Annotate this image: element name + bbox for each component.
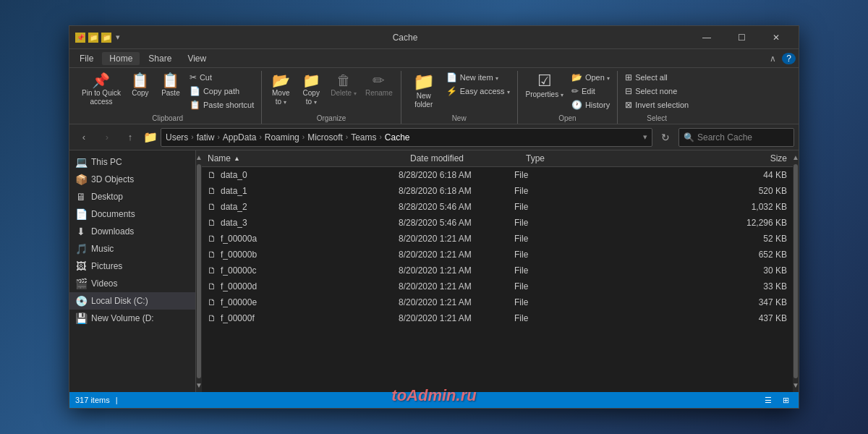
col-name[interactable]: Name ▲ [208,153,410,163]
sep-1: › [191,133,193,141]
sidebar-item-local-disk[interactable]: 💿 Local Disk (C:) [69,292,195,310]
desktop-label: Desktop [91,192,123,202]
file-size: 520 KB [587,186,787,196]
breadcrumb-users[interactable]: Users [166,132,188,142]
copy-path-button[interactable]: 📄 Copy path [187,85,257,98]
search-box[interactable]: 🔍 Search Cache [678,128,794,147]
sidebar-item-downloads[interactable]: ⬇ Downloads [69,223,195,240]
rename-icon: ✏ [373,73,385,88]
easy-access-button[interactable]: ⚡ Easy access ▾ [443,85,513,98]
sidebar-item-videos[interactable]: 🎬 Videos [69,275,195,292]
select-none-button[interactable]: ⊟ Select none [622,85,692,98]
sidebar-item-documents[interactable]: 📄 Documents [69,205,195,223]
open-button[interactable]: 📂 Open ▾ [569,71,613,84]
delete-button[interactable]: 🗑 Delete ▾ [327,71,360,100]
select-all-button[interactable]: ⊞ Select all [622,71,692,84]
sidebar-item-new-volume[interactable]: 💾 New Volume (D: [69,310,195,327]
breadcrumb-cache[interactable]: Cache [385,132,410,142]
file-name: 🗋data_1 [208,186,399,196]
file-list-scroll: ▲ ▼ [793,150,799,392]
file-row[interactable]: 🗋f_00000b 8/20/2020 1:21 AM File 652 KB [202,247,793,263]
file-date: 8/20/2020 1:21 AM [399,297,514,307]
breadcrumb-microsoft[interactable]: Microsoft [307,132,343,142]
col-size[interactable]: Size [598,153,787,163]
properties-button[interactable]: ☑ Properties ▾ [522,71,567,101]
move-to-button[interactable]: 📂 Moveto ▾ [266,71,295,109]
breadcrumb-fatiw[interactable]: fatiw [197,132,215,142]
details-view-btn[interactable]: ☰ [761,393,775,407]
pictures-icon: 🖼 [75,260,87,272]
file-row[interactable]: 🗋f_00000a 8/20/2020 1:21 AM File 52 KB [202,231,793,247]
file-row[interactable]: 🗋data_2 8/28/2020 5:46 AM File 1,032 KB [202,199,793,215]
copy-button[interactable]: 📋 Copy [126,71,155,100]
pin-icon: 📌 [75,33,85,43]
file-scroll-up-btn[interactable]: ▲ [791,152,799,163]
file-row[interactable]: 🗋f_00000e 8/20/2020 1:21 AM File 347 KB [202,294,793,310]
invert-icon: ⊠ [625,100,632,110]
menu-file[interactable]: File [72,52,101,65]
file-row[interactable]: 🗋f_00000d 8/20/2020 1:21 AM File 33 KB [202,278,793,294]
breadcrumb-dropdown-btn[interactable]: ▾ [643,132,647,142]
paste-button[interactable]: 📋 Paste [156,71,185,100]
sidebar-item-desktop[interactable]: 🖥 Desktop [69,188,195,205]
menu-home[interactable]: Home [102,52,140,65]
copy-to-icon: 📁 [302,73,320,88]
file-icon: 🗋 [208,297,216,307]
file-row[interactable]: 🗋data_3 8/28/2020 5:46 AM File 12,296 KB [202,215,793,231]
file-row[interactable]: 🗋data_0 8/28/2020 6:18 AM File 44 KB [202,167,793,183]
refresh-button[interactable]: ↻ [655,127,676,148]
file-icon: 🗋 [208,170,216,180]
file-row[interactable]: 🗋data_1 8/28/2020 6:18 AM File 520 KB [202,183,793,199]
col-type[interactable]: Type [526,153,598,163]
minimize-button[interactable]: — [690,26,723,49]
history-button[interactable]: 🕐 History [569,98,613,111]
cut-button[interactable]: ✂ Cut [187,71,257,84]
ribbon-group-open: ☑ Properties ▾ 📂 Open ▾ ✏ Edit [518,71,618,124]
maximize-button[interactable]: ☐ [725,26,758,49]
edit-button[interactable]: ✏ Edit [569,85,613,98]
close-button[interactable]: ✕ [760,26,793,49]
menu-bar: File Home Share View ∧ ? [69,49,799,68]
explorer-window: 📌 📁 📁 ▾ Cache — ☐ ✕ File Home Share View… [69,25,799,409]
rename-button[interactable]: ✏ Rename [362,71,396,100]
rename-label: Rename [365,89,393,98]
paste-shortcut-button[interactable]: 📋 Paste shortcut [187,98,257,111]
file-size: 347 KB [587,297,787,307]
collapse-ribbon-btn[interactable]: ∧ [765,52,780,65]
sidebar-item-pictures[interactable]: 🖼 Pictures [69,258,195,275]
menu-view[interactable]: View [180,52,213,65]
paste-icon: 📋 [161,73,179,88]
window-title: Cache [120,33,690,43]
pin-to-quick-access-button[interactable]: 📌 Pin to Quickaccess [78,71,124,109]
new-item-button[interactable]: 📄 New item ▾ [443,71,513,84]
menu-share[interactable]: Share [141,52,179,65]
sidebar-item-3d-objects[interactable]: 📦 3D Objects [69,171,195,188]
large-icons-btn[interactable]: ⊞ [778,393,793,407]
breadcrumb-teams[interactable]: Teams [351,132,376,142]
easy-access-label: Easy access ▾ [460,87,510,95]
this-pc-icon: 💻 [75,156,87,168]
file-scroll-down-btn[interactable]: ▼ [791,380,799,391]
col-date[interactable]: Date modified [410,153,526,163]
file-row[interactable]: 🗋f_00000f 8/20/2020 1:21 AM File 437 KB [202,310,793,326]
select-content: ⊞ Select all ⊟ Select none ⊠ Invert sele… [622,71,692,111]
copy-to-button[interactable]: 📁 Copyto ▾ [297,71,326,109]
up-button[interactable]: ↑ [120,127,140,148]
breadcrumb-appdata[interactable]: AppData [223,132,257,142]
file-row[interactable]: 🗋f_00000c 8/20/2020 1:21 AM File 30 KB [202,263,793,278]
breadcrumb-bar[interactable]: Users › fatiw › AppData › Roaming › Micr… [161,128,652,147]
file-icon: 🗋 [208,281,216,292]
new-folder-button[interactable]: 📁 Newfolder [406,71,442,111]
sidebar-item-music[interactable]: 🎵 Music [69,240,195,258]
sidebar-item-this-pc[interactable]: 💻 This PC [69,153,195,171]
3d-objects-label: 3D Objects [91,174,134,184]
back-button[interactable]: ‹ [74,127,94,148]
invert-selection-button[interactable]: ⊠ Invert selection [622,98,692,111]
open-small-btns: 📂 Open ▾ ✏ Edit 🕐 History [569,71,613,111]
help-btn[interactable]: ? [782,53,796,64]
breadcrumb-roaming[interactable]: Roaming [265,132,299,142]
copy-path-label: Copy path [203,87,239,95]
ribbon-groups: 📌 Pin to Quickaccess 📋 Copy 📋 Paste ✂ [74,71,794,124]
forward-button[interactable]: › [97,127,117,148]
pictures-label: Pictures [91,261,122,271]
